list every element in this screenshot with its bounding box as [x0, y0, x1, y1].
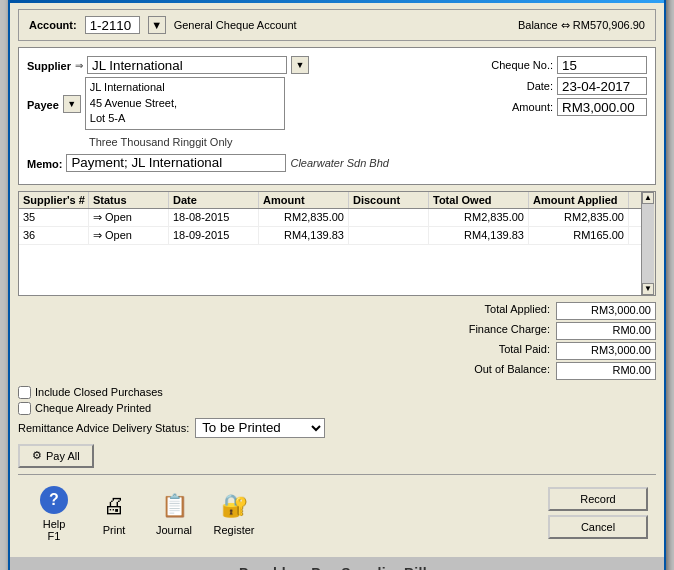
print-icon-shape: 🖨: [100, 492, 128, 520]
memo-row: Memo: Clearwater Sdn Bhd: [27, 154, 389, 172]
journal-button[interactable]: 📋 Journal: [146, 483, 202, 543]
print-button[interactable]: 🖨 Print: [86, 483, 142, 543]
cell-amount-2: RM4,139.83: [259, 227, 349, 244]
cell-amount-applied-1: RM2,835.00: [529, 209, 629, 226]
amount-input[interactable]: [557, 98, 647, 116]
total-paid-value: RM3,000.00: [556, 342, 656, 360]
col-date: Date: [169, 192, 259, 208]
scrollbar: ▲ ▼: [641, 192, 655, 295]
register-label: Register: [214, 524, 255, 536]
cell-date-2: 18-09-2015: [169, 227, 259, 244]
cheque-no-input[interactable]: [557, 56, 647, 74]
cheque-printed-checkbox[interactable]: [18, 402, 31, 415]
supplier-arrow-icon: ⇒: [75, 60, 83, 71]
cheque-no-label: Cheque No.:: [478, 59, 553, 71]
bills-table: Supplier's # Status Date Amount Discount…: [18, 191, 656, 296]
cell-discount-2: [349, 227, 429, 244]
date-input[interactable]: [557, 77, 647, 95]
record-button[interactable]: Record: [548, 487, 648, 511]
payee-line1: JL International: [90, 80, 280, 95]
col-amount: Amount: [259, 192, 349, 208]
status-text: Payables: Pay Supplier Bills: [239, 565, 435, 570]
table-body: 35 ⇒ Open 18-08-2015 RM2,835.00 RM2,835.…: [19, 209, 641, 295]
memo-input[interactable]: [66, 154, 286, 172]
amount-words: Three Thousand Ringgit Only: [89, 136, 389, 148]
cell-total-owed-1: RM2,835.00: [429, 209, 529, 226]
cell-amount-1: RM2,835.00: [259, 209, 349, 226]
account-bar: Account: ▼ General Cheque Account Balanc…: [18, 9, 656, 41]
cancel-button[interactable]: Cancel: [548, 515, 648, 539]
cell-scroll-1: [629, 209, 641, 226]
total-paid-label: Total Paid:: [444, 342, 554, 360]
date-label: Date:: [478, 80, 553, 92]
print-label: Print: [103, 524, 126, 536]
include-closed-checkbox[interactable]: [18, 386, 31, 399]
scroll-track: [642, 204, 654, 283]
cell-scroll-2: [629, 227, 641, 244]
account-label: Account:: [29, 19, 77, 31]
cell-status-1: ⇒ Open: [89, 209, 169, 226]
supplier-input[interactable]: [87, 56, 287, 74]
register-icon: 🔐: [218, 490, 250, 522]
table-row[interactable]: 35 ⇒ Open 18-08-2015 RM2,835.00 RM2,835.…: [19, 209, 641, 227]
cell-total-owed-2: RM4,139.83: [429, 227, 529, 244]
cheque-printed-label[interactable]: Cheque Already Printed: [35, 402, 151, 414]
pay-all-label: Pay All: [46, 450, 80, 462]
bottom-toolbar: ? Help F1 🖨 Print 📋 Journal 🔐: [18, 474, 656, 551]
col-total-owed: Total Owed: [429, 192, 529, 208]
table-row[interactable]: 36 ⇒ Open 18-09-2015 RM4,139.83 RM4,139.…: [19, 227, 641, 245]
delivery-select[interactable]: To be Printed Already Printed Not Applic…: [195, 418, 325, 438]
empty-rows: [19, 245, 641, 295]
help-button[interactable]: ? Help F1: [26, 479, 82, 547]
cheque-no-row: Cheque No.:: [478, 56, 647, 74]
out-of-balance-value: RM0.00: [556, 362, 656, 380]
cell-amount-applied-2: RM165.00: [529, 227, 629, 244]
supplier-payee-column: Supplier ⇒ ▼ Payee ▼ JL International 45…: [27, 56, 389, 171]
include-closed-label[interactable]: Include Closed Purchases: [35, 386, 163, 398]
balance-display: Balance ⇔ RM570,906.90: [518, 19, 645, 32]
cell-status-2: ⇒ Open: [89, 227, 169, 244]
delivery-label: Remittance Advice Delivery Status:: [18, 422, 189, 434]
journal-icon-shape: 📋: [160, 492, 188, 520]
scroll-up-btn[interactable]: ▲: [642, 192, 654, 204]
account-dropdown-btn[interactable]: ▼: [148, 16, 166, 34]
finance-charge-value: RM0.00: [556, 322, 656, 340]
balance-arrow: ⇔: [561, 19, 573, 31]
help-icon-shape: ?: [40, 486, 68, 514]
total-applied-label: Total Applied:: [444, 302, 554, 320]
account-number-input[interactable]: [85, 16, 140, 34]
journal-icon: 📋: [158, 490, 190, 522]
col-amount-applied: Amount Applied: [529, 192, 629, 208]
col-discount: Discount: [349, 192, 429, 208]
account-name: General Cheque Account: [174, 19, 297, 31]
help-label: Help F1: [35, 518, 73, 542]
action-buttons: Record Cancel: [548, 487, 648, 539]
window-content: Account: ▼ General Cheque Account Balanc…: [10, 3, 664, 556]
supplier-input-row: Supplier ⇒ ▼: [27, 56, 389, 74]
totals-grid: Total Applied: RM3,000.00 Finance Charge…: [444, 302, 656, 380]
payee-dropdown-btn[interactable]: ▼: [63, 95, 81, 113]
pay-all-button[interactable]: ⚙ Pay All: [18, 444, 94, 468]
status-bar: Payables: Pay Supplier Bills: [10, 557, 664, 570]
payee-input-row: Payee ▼ JL International 45 Avenue Stree…: [27, 77, 389, 129]
out-of-balance-label: Out of Balance:: [444, 362, 554, 380]
clearwater-text: Clearwater Sdn Bhd: [290, 157, 388, 169]
delivery-row: Remittance Advice Delivery Status: To be…: [18, 418, 656, 438]
main-window: $ Pay Bills _ □ ✕ Account: ▼ General Che…: [8, 0, 666, 570]
col-supplier-num: Supplier's #: [19, 192, 89, 208]
cheque-printed-row: Cheque Already Printed: [18, 402, 656, 415]
scroll-down-btn[interactable]: ▼: [642, 283, 654, 295]
supplier-label: Supplier: [27, 58, 71, 72]
amount-row: Amount:: [478, 98, 647, 116]
supplier-dropdown-btn[interactable]: ▼: [291, 56, 309, 74]
options-section: Include Closed Purchases Cheque Already …: [18, 386, 656, 468]
cell-date-1: 18-08-2015: [169, 209, 259, 226]
table-header: Supplier's # Status Date Amount Discount…: [19, 192, 641, 209]
help-icon: ?: [38, 484, 70, 516]
cell-supplier-num-1: 35: [19, 209, 89, 226]
register-button[interactable]: 🔐 Register: [206, 483, 262, 543]
col-status: Status: [89, 192, 169, 208]
payee-label: Payee: [27, 97, 59, 111]
memo-label: Memo:: [27, 156, 62, 170]
balance-value: RM570,906.90: [573, 19, 645, 31]
